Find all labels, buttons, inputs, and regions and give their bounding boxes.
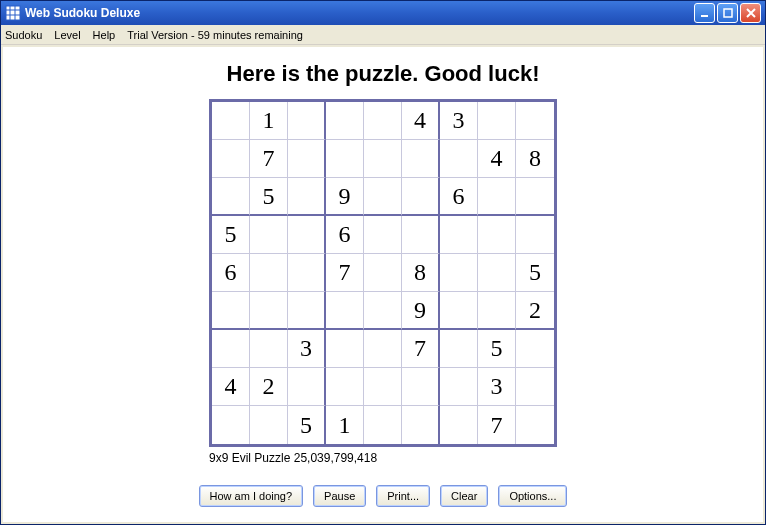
sudoku-cell[interactable] (250, 254, 288, 292)
sudoku-cell[interactable] (326, 102, 364, 140)
sudoku-cell[interactable] (250, 406, 288, 444)
sudoku-cell[interactable] (478, 292, 516, 330)
sudoku-cell[interactable] (516, 368, 554, 406)
sudoku-cell[interactable] (402, 178, 440, 216)
sudoku-cell[interactable] (288, 102, 326, 140)
sudoku-cell[interactable] (440, 216, 478, 254)
sudoku-cell[interactable] (212, 406, 250, 444)
sudoku-cell[interactable] (288, 254, 326, 292)
print-button[interactable]: Print... (376, 485, 430, 507)
sudoku-cell[interactable] (288, 178, 326, 216)
close-button[interactable] (740, 3, 761, 23)
sudoku-cell[interactable]: 3 (478, 368, 516, 406)
sudoku-cell[interactable] (288, 140, 326, 178)
sudoku-cell[interactable] (364, 330, 402, 368)
menu-sudoku[interactable]: Sudoku (5, 29, 42, 41)
sudoku-cell[interactable]: 2 (516, 292, 554, 330)
sudoku-cell[interactable]: 7 (326, 254, 364, 292)
sudoku-cell[interactable] (250, 330, 288, 368)
sudoku-cell[interactable] (364, 406, 402, 444)
sudoku-cell[interactable] (326, 368, 364, 406)
sudoku-cell[interactable] (364, 216, 402, 254)
options-button[interactable]: Options... (498, 485, 567, 507)
sudoku-cell[interactable]: 4 (478, 140, 516, 178)
sudoku-cell[interactable] (364, 254, 402, 292)
sudoku-cell[interactable]: 9 (402, 292, 440, 330)
sudoku-cell[interactable] (402, 216, 440, 254)
sudoku-cell[interactable]: 7 (478, 406, 516, 444)
sudoku-cell[interactable]: 1 (250, 102, 288, 140)
sudoku-cell[interactable] (212, 178, 250, 216)
sudoku-cell[interactable]: 8 (516, 140, 554, 178)
sudoku-cell[interactable] (440, 330, 478, 368)
how-am-i-doing-button[interactable]: How am I doing? (199, 485, 304, 507)
sudoku-cell[interactable]: 4 (402, 102, 440, 140)
minimize-button[interactable] (694, 3, 715, 23)
sudoku-cell[interactable] (516, 178, 554, 216)
sudoku-cell[interactable] (402, 406, 440, 444)
sudoku-cell[interactable]: 2 (250, 368, 288, 406)
sudoku-cell[interactable] (478, 102, 516, 140)
sudoku-cell[interactable]: 4 (212, 368, 250, 406)
sudoku-cell[interactable] (478, 178, 516, 216)
sudoku-cell[interactable]: 1 (326, 406, 364, 444)
maximize-button[interactable] (717, 3, 738, 23)
clear-button[interactable]: Clear (440, 485, 488, 507)
sudoku-cell[interactable] (288, 216, 326, 254)
sudoku-cell[interactable]: 5 (478, 330, 516, 368)
sudoku-cell[interactable] (364, 178, 402, 216)
sudoku-cell[interactable] (440, 368, 478, 406)
sudoku-cell[interactable] (212, 140, 250, 178)
sudoku-cell[interactable]: 6 (440, 178, 478, 216)
sudoku-cell[interactable] (288, 368, 326, 406)
sudoku-cell[interactable]: 9 (326, 178, 364, 216)
sudoku-cell[interactable] (440, 292, 478, 330)
sudoku-cell[interactable]: 3 (288, 330, 326, 368)
sudoku-cell[interactable]: 5 (516, 254, 554, 292)
sudoku-cell[interactable] (250, 216, 288, 254)
sudoku-cell[interactable] (212, 292, 250, 330)
sudoku-cell[interactable]: 5 (212, 216, 250, 254)
sudoku-cell[interactable]: 7 (250, 140, 288, 178)
page-title: Here is the puzzle. Good luck! (227, 61, 540, 87)
sudoku-cell[interactable] (516, 102, 554, 140)
sudoku-cell[interactable]: 3 (440, 102, 478, 140)
menu-help[interactable]: Help (93, 29, 116, 41)
sudoku-cell[interactable] (364, 292, 402, 330)
sudoku-cell[interactable] (516, 330, 554, 368)
sudoku-cell[interactable] (364, 140, 402, 178)
sudoku-cell[interactable]: 7 (402, 330, 440, 368)
menu-level[interactable]: Level (54, 29, 80, 41)
button-row: How am I doing? Pause Print... Clear Opt… (199, 485, 568, 517)
sudoku-cell[interactable]: 8 (402, 254, 440, 292)
pause-button[interactable]: Pause (313, 485, 366, 507)
sudoku-cell[interactable] (440, 254, 478, 292)
sudoku-cell[interactable] (326, 330, 364, 368)
sudoku-cell[interactable] (326, 140, 364, 178)
sudoku-cell[interactable] (516, 216, 554, 254)
titlebar: Web Sudoku Deluxe (1, 1, 765, 25)
sudoku-cell[interactable] (440, 406, 478, 444)
sudoku-cell[interactable]: 6 (212, 254, 250, 292)
svg-rect-2 (724, 9, 732, 17)
sudoku-cell[interactable]: 5 (250, 178, 288, 216)
sudoku-cell[interactable] (516, 406, 554, 444)
sudoku-cell[interactable] (212, 102, 250, 140)
sudoku-cell[interactable] (364, 102, 402, 140)
svg-rect-0 (6, 6, 20, 20)
sudoku-cell[interactable] (326, 292, 364, 330)
svg-rect-1 (701, 15, 708, 17)
sudoku-cell[interactable] (402, 140, 440, 178)
sudoku-cell[interactable] (288, 292, 326, 330)
sudoku-cell[interactable]: 5 (288, 406, 326, 444)
sudoku-cell[interactable] (478, 216, 516, 254)
sudoku-cell[interactable] (478, 254, 516, 292)
sudoku-cell[interactable] (250, 292, 288, 330)
sudoku-cell[interactable] (402, 368, 440, 406)
sudoku-container: 14374859656678592375423517 9x9 Evil Puzz… (209, 99, 557, 465)
sudoku-cell[interactable] (440, 140, 478, 178)
sudoku-cell[interactable]: 6 (326, 216, 364, 254)
app-icon (5, 5, 21, 21)
sudoku-cell[interactable] (212, 330, 250, 368)
sudoku-cell[interactable] (364, 368, 402, 406)
